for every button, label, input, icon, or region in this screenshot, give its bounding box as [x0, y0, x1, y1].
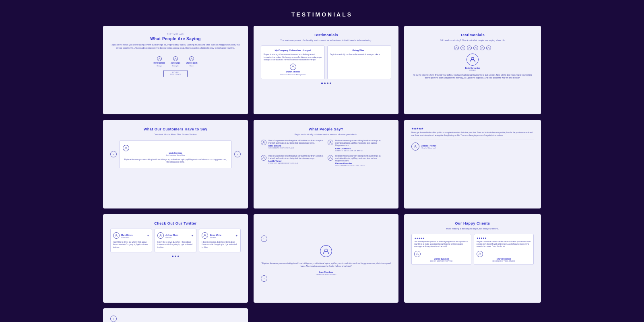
card8-quote: Never get drowned in the office politics… [411, 132, 534, 137]
card1-inner2-title: Going Wire... [330, 49, 388, 52]
card4-quote: Replace the news you were taking in with… [123, 159, 228, 164]
card4-title: What Our Customers Have to Say [110, 127, 241, 131]
review1-info: Sharon Freeman DESIGNER OF PIXEL STUDIO [477, 258, 531, 262]
twitter1-info: Jeffrey Olson @marks [165, 234, 190, 238]
review0-info: Michael Swanson CEO OF WHITE ENTERPRISE [414, 258, 469, 262]
person2-avatar [261, 155, 266, 161]
card5-title: What People Say? [261, 127, 391, 131]
card4-testimonial-main: Louis Gonzalez Co-Founder of Story Shop … [119, 140, 232, 169]
review0-avatar [414, 251, 421, 257]
reviewer2-name: Jared Vega [171, 62, 180, 64]
card10-prev-arrow[interactable]: ‹ [110, 316, 117, 322]
review0-stars: ★★★★★ [414, 237, 469, 239]
card8-stars: ★★★★★ [411, 127, 534, 130]
card-testimonials-carousel: Testimonials The main component of a hea… [254, 26, 398, 114]
card1-inner1-title: My Company Culture has changed [264, 49, 322, 52]
page-title: TESTIMONIALS [291, 11, 353, 18]
card9-reviews: ★★★★★ The first step in the process to r… [411, 234, 534, 265]
dot-4[interactable] [330, 83, 331, 84]
card6-dot-3[interactable] [178, 256, 179, 257]
card10-content: ‹ I have tested the subtleties of severa… [110, 316, 241, 322]
twitter2-handle: @marks [210, 236, 234, 238]
twitter2-avatar [202, 232, 208, 239]
card1-inner2: Going Wire... Begin to drastically cut d… [327, 45, 391, 79]
twitter0-avatar [113, 232, 120, 239]
person-item-3: Replace the news you were taking in with… [328, 155, 391, 167]
person0-avatar [261, 140, 266, 145]
card2-small-avatar-2[interactable] [460, 45, 465, 50]
person-item-2: Most of us generate lots of negative sel… [261, 155, 324, 167]
card3-subtitle: Replace the news you were taking in with… [110, 43, 241, 50]
card1-title: Testimonials [261, 33, 391, 37]
card1-inner1: My Company Culture has changed Proper st… [261, 45, 325, 79]
person1-avatar [328, 140, 333, 145]
card2-author-role: OWNER [411, 69, 534, 71]
review1-author: Sharon Freeman DESIGNER OF PIXEL STUDIO [477, 251, 531, 262]
more-reviews-button[interactable]: MORE REVIEWS [163, 70, 188, 77]
twitter-card-0: Marc Rivera @mentions ✦ I don't like to … [110, 229, 152, 252]
card10-carousel: ‹ I have tested the subtleties of severa… [110, 316, 241, 322]
twitter-user-2: Ethan White @marks ✦ [202, 232, 238, 239]
card8-author: Cordelia Freeman Head of Sales, Intel [411, 142, 534, 151]
reviewer3-role: Vision [190, 65, 194, 67]
review1-stars: ★★★★★ [477, 237, 531, 239]
review0-role: CEO OF WHITE ENTERPRISE [414, 260, 469, 262]
card1-subtitle: The main component of a healthy environm… [261, 39, 391, 42]
card7-prev-arrow[interactable]: ‹ [261, 235, 267, 242]
card2-quote: To by the time you have finished your co… [411, 74, 534, 80]
card3-reviewers: Irene Wallace Design Jared Vega Example … [110, 56, 241, 67]
dot-3[interactable] [327, 83, 328, 84]
card7-next-arrow[interactable]: › [261, 275, 267, 282]
person2-info: Most of us generate lots of negative sel… [268, 155, 324, 165]
person3-info: Replace the news you were taking in with… [335, 155, 391, 167]
twitter0-text: I don't like to drive, but when I think … [113, 241, 149, 249]
twitter2-info: Ethan White @marks [210, 234, 234, 238]
card4-prev-arrow[interactable]: ‹ [110, 151, 117, 157]
dot-2[interactable] [324, 83, 326, 84]
card8-divider [411, 140, 534, 140]
card2-small-avatar-1[interactable] [454, 45, 459, 50]
reviewer-2: Jared Vega Example [171, 56, 180, 67]
happy-review-1: ★★★★★ Maybe it would be chosen on the am… [474, 234, 534, 265]
person1-role: GRAPHIC DESIGNER OF APPLE [335, 150, 391, 152]
card1-author-role: Director of Resources Management [280, 74, 305, 76]
reviewer1-avatar [157, 56, 162, 61]
card7-avatar [320, 245, 332, 257]
person0-text: Most of us generate lots of negative sel… [268, 140, 324, 145]
review1-role: DESIGNER OF PIXEL STUDIO [477, 260, 531, 262]
reviewer3-avatar [189, 56, 194, 61]
card3-section-label: TESTIMONIALS [110, 33, 241, 35]
reviewer2-avatar [173, 56, 178, 61]
card2-small-avatar-5[interactable] [480, 45, 485, 50]
card1-inner-cards: My Company Culture has changed Proper st… [261, 45, 391, 79]
person1-info: Replace the news you were taking in with… [335, 140, 391, 152]
card6-dot-2[interactable] [175, 256, 176, 257]
reviewer3-name: Charles Bach [186, 62, 198, 64]
card7-inner: "Replace the news you were taking in wit… [261, 242, 391, 275]
card1-avatar [290, 64, 296, 70]
card2-small-avatar-4[interactable] [473, 45, 478, 50]
card4-author: Louis Gonzalez Co-Founder of Story Shop [123, 145, 228, 156]
dot-1[interactable] [321, 83, 323, 84]
person0-info: Most of us generate lots of negative sel… [268, 140, 324, 149]
card9-title: Our Happy Clients [411, 221, 534, 225]
card7-carousel: ‹ "Replace the news you were taking in w… [261, 235, 391, 282]
card8-author-name: Cordelia Freeman [421, 145, 436, 147]
card2-small-avatar-3[interactable] [467, 45, 472, 50]
card5-people-grid: Most of us generate lots of negative sel… [261, 140, 391, 167]
reviewer-1: Irene Wallace Design [153, 56, 165, 67]
reviewer2-role: Example [172, 65, 179, 67]
card4-next-arrow[interactable]: › [234, 151, 241, 157]
twitter2-text: I don't like to drive, but when I think … [202, 241, 238, 249]
card8-author-role: Head of Sales, Intel [421, 147, 436, 149]
card6-dots [110, 256, 241, 257]
card4-subtitle: Couple of Words About This Stories Secti… [110, 133, 241, 136]
twitter2-bird-icon: ✦ [235, 234, 238, 237]
card1-author: Sharon Jimenez Director of Resources Man… [264, 64, 322, 76]
twitter0-handle: @mentions [121, 236, 145, 238]
review0-author: Michael Swanson CEO OF WHITE ENTERPRISE [414, 251, 469, 262]
person3-role: SR DESIGNER OF CRICKET ONCE [335, 165, 391, 167]
card6-dot-1[interactable] [172, 256, 173, 257]
card2-small-avatar-6[interactable] [486, 45, 491, 50]
card6-twitter-cards: Marc Rivera @mentions ✦ I don't like to … [110, 229, 241, 252]
